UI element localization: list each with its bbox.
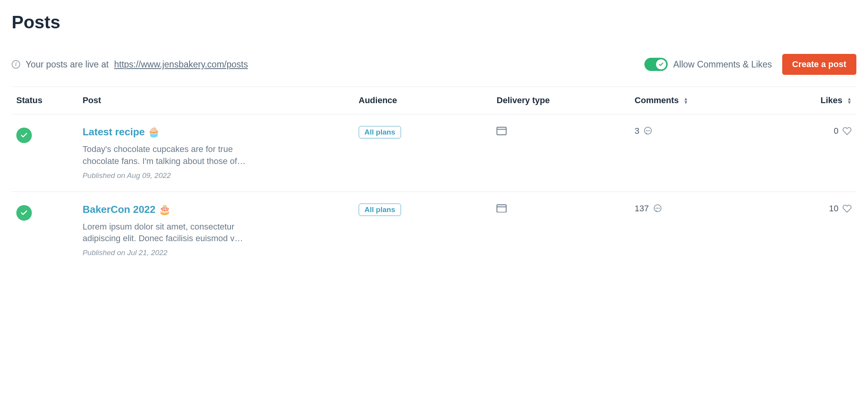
col-likes-label: Likes [821, 95, 842, 105]
col-comments[interactable]: Comments ▲▼ [630, 87, 762, 114]
svg-rect-0 [497, 127, 506, 135]
page-title: Posts [12, 12, 856, 33]
likes-number: 0 [834, 126, 838, 136]
post-excerpt: Lorem ipsum dolor sit amet, consectetur … [83, 221, 250, 245]
post-title-link[interactable]: BakerCon 2022 🎂 [83, 204, 349, 216]
live-prefix: Your posts are live at [26, 59, 109, 70]
comment-icon [643, 126, 653, 136]
svg-point-3 [646, 130, 647, 131]
likes-count: 10 [829, 204, 852, 214]
comments-count: 3 [635, 126, 653, 136]
toggle-knob [656, 59, 666, 69]
status-published-icon [16, 128, 32, 143]
post-published-date: Published on Aug 09, 2022 [83, 171, 349, 180]
info-icon: i [12, 60, 20, 69]
col-likes[interactable]: Likes ▲▼ [762, 87, 856, 114]
comments-count: 137 [635, 204, 662, 214]
post-excerpt: Today's chocolate cupcakes are for true … [83, 143, 250, 167]
posts-table: Status Post Audience Delivery type Comme… [12, 86, 856, 269]
col-audience: Audience [354, 87, 492, 114]
svg-point-5 [649, 130, 650, 131]
audience-badge: All plans [359, 204, 401, 216]
live-info: i Your posts are live at https://www.jen… [12, 59, 248, 70]
comment-icon [653, 204, 662, 213]
heart-icon [842, 126, 852, 136]
comments-number: 3 [635, 126, 639, 136]
col-comments-label: Comments [635, 95, 679, 105]
post-title-link[interactable]: Latest recipe 🧁 [83, 126, 349, 138]
comments-number: 137 [635, 204, 649, 214]
create-post-button[interactable]: Create a post [782, 54, 856, 75]
col-status: Status [12, 87, 78, 114]
post-published-date: Published on Jul 21, 2022 [83, 249, 349, 257]
allow-comments-toggle[interactable] [644, 58, 668, 71]
status-published-icon [16, 205, 32, 221]
svg-rect-6 [497, 205, 506, 212]
svg-point-11 [659, 208, 659, 208]
toggle-label: Allow Comments & Likes [673, 59, 772, 70]
audience-badge: All plans [359, 126, 401, 138]
web-delivery-icon [496, 204, 507, 213]
svg-point-4 [648, 130, 648, 131]
sort-icon: ▲▼ [847, 97, 852, 104]
heart-icon [842, 204, 852, 213]
top-bar-right: Allow Comments & Likes Create a post [644, 54, 856, 75]
col-delivery: Delivery type [492, 87, 630, 114]
checkmark-icon [658, 62, 664, 67]
likes-count: 0 [834, 126, 852, 136]
allow-comments-toggle-wrap: Allow Comments & Likes [644, 58, 772, 71]
svg-point-10 [657, 208, 658, 208]
col-post: Post [78, 87, 354, 114]
table-row: Latest recipe 🧁 Today's chocolate cupcak… [12, 114, 856, 192]
table-row: BakerCon 2022 🎂 Lorem ipsum dolor sit am… [12, 192, 856, 269]
sort-icon: ▲▼ [684, 97, 688, 104]
svg-point-9 [656, 208, 656, 208]
live-url-link[interactable]: https://www.jensbakery.com/posts [114, 59, 248, 70]
table-header-row: Status Post Audience Delivery type Comme… [12, 87, 856, 114]
top-bar: i Your posts are live at https://www.jen… [12, 54, 856, 75]
likes-number: 10 [829, 204, 838, 214]
web-delivery-icon [496, 127, 507, 135]
